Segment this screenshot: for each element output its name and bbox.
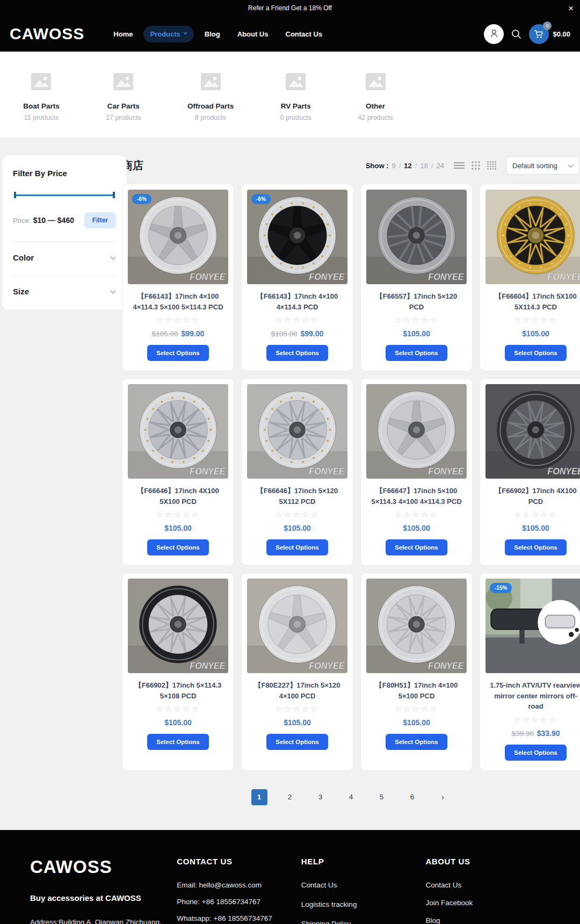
footer-link-contact-us[interactable]: Contact Us — [425, 881, 461, 889]
nav-item-home[interactable]: Home — [107, 26, 139, 42]
list-view-icon[interactable] — [454, 162, 465, 169]
footer-link-contact-us[interactable]: Contact Us — [301, 881, 337, 889]
discount-badge: -6% — [132, 194, 151, 204]
price-slider[interactable] — [14, 192, 115, 198]
announcement-text: Refer a Friend Get a 18% Off — [248, 4, 332, 12]
filter-button[interactable]: Filter — [84, 212, 116, 228]
filter-section-color[interactable]: Color — [13, 241, 116, 262]
product-image[interactable]: FONYEE — [485, 384, 580, 479]
old-price: $105.00 — [271, 330, 298, 338]
product-image[interactable]: FONYEE — [366, 190, 467, 284]
pagination-page-5[interactable]: 5 — [374, 789, 390, 805]
select-options-button[interactable]: Select Options — [505, 745, 567, 761]
category-item[interactable]: Boat Parts 11 products — [23, 73, 60, 121]
product-title[interactable]: 【F66647】17inch 5×100 5×114.3 4×100 4×114… — [366, 486, 467, 507]
show-option-18[interactable]: 18 — [420, 162, 427, 170]
select-options-button[interactable]: Select Options — [147, 539, 209, 555]
site-logo[interactable]: CAWOSS — [10, 25, 84, 43]
account-button[interactable] — [484, 24, 504, 44]
rating-stars: ☆☆☆☆☆ — [128, 704, 228, 714]
pagination-page-6[interactable]: 6 — [404, 789, 421, 805]
footer-link-shipping-policy[interactable]: Shipping Policy — [301, 920, 351, 924]
rating-stars: ☆☆☆☆☆ — [366, 704, 467, 714]
footer-link-blog[interactable]: Blog — [425, 916, 440, 924]
cart-button[interactable]: 0 $0.00 — [529, 24, 570, 44]
select-options-button[interactable]: Select Options — [386, 539, 447, 555]
slider-handle-min[interactable] — [14, 192, 16, 198]
pagination-page-2[interactable]: 2 — [282, 789, 298, 805]
nav-item-contact-us[interactable]: Contact Us — [279, 26, 329, 42]
product-card: -6% FONYEE 【F66143】17inch 4×100 4×114.3 … — [241, 184, 353, 371]
show-option-24[interactable]: 24 — [437, 162, 444, 170]
product-image[interactable]: FONYEE — [128, 579, 228, 673]
rating-stars: ☆☆☆☆☆ — [485, 315, 580, 325]
product-title[interactable]: 【F66646】17inch 5×120 5X112 PCD — [247, 486, 347, 507]
product-title[interactable]: 【F80E227】17inch 5×120 4×100 PCD — [247, 680, 347, 701]
select-options-button[interactable]: Select Options — [147, 734, 209, 750]
product-card: FONYEE 【F66902】17inch 5×114.3 5×108 PCD … — [122, 573, 234, 771]
search-icon[interactable] — [511, 28, 522, 40]
discount-badge: -15% — [490, 583, 512, 593]
price-line: $105.00 — [485, 329, 580, 339]
category-item[interactable]: Offroad Parts 8 products — [187, 73, 234, 121]
select-options-button[interactable]: Select Options — [505, 345, 567, 361]
pagination-page-1[interactable]: 1 — [251, 789, 267, 805]
svg-text:FONYEE: FONYEE — [428, 272, 464, 281]
product-image[interactable]: FONYEE — [247, 579, 347, 673]
product-title[interactable]: 【F80H51】17inch 4×100 5×100 PCD — [366, 680, 467, 701]
category-item[interactable]: Other 42 products — [358, 73, 393, 121]
category-item[interactable]: RV Parts 0 products — [280, 73, 311, 121]
select-options-button[interactable]: Select Options — [386, 734, 447, 750]
sort-dropdown[interactable]: Default sorting — [506, 156, 580, 175]
show-per-page: Show : 9/12/18/24 — [366, 162, 444, 170]
select-options-button[interactable]: Select Options — [386, 345, 447, 361]
product-title[interactable]: 【F66143】17inch 4×100 4×114.3 PCD — [247, 291, 347, 312]
slider-handle-max[interactable] — [113, 192, 115, 198]
product-title[interactable]: 【F66557】17inch 5×120 PCD — [366, 291, 467, 312]
product-image[interactable]: -6% FONYEE — [128, 190, 228, 284]
close-icon[interactable]: × — [568, 4, 574, 13]
select-options-button[interactable]: Select Options — [505, 539, 567, 555]
product-title[interactable]: 【F66902】17inch 5×114.3 5×108 PCD — [128, 680, 228, 701]
select-options-button[interactable]: Select Options — [147, 345, 209, 361]
svg-text:FONYEE: FONYEE — [190, 661, 226, 670]
cart-count-badge: 0 — [543, 21, 552, 30]
product-image[interactable]: -6% FONYEE — [247, 190, 347, 284]
nav-item-blog[interactable]: Blog — [198, 26, 227, 42]
show-option-12[interactable]: 12 — [404, 162, 411, 170]
select-options-button[interactable]: Select Options — [266, 539, 328, 555]
product-image[interactable]: FONYEE — [247, 384, 347, 479]
pagination-next[interactable]: › — [435, 789, 451, 805]
category-count: 17 products — [106, 114, 141, 121]
old-price: $105.00 — [152, 330, 178, 338]
category-count: 42 products — [358, 114, 393, 121]
product-title[interactable]: 【F66604】17inch 5X100 5X114.3 PCD — [485, 291, 580, 312]
product-title[interactable]: 【F66646】17inch 4X100 5X100 PCD — [128, 486, 228, 507]
footer-address: Address:Building A, Qianwan Zhichuang, X… — [30, 915, 172, 924]
pagination-page-4[interactable]: 4 — [343, 789, 359, 805]
product-title[interactable]: 【F66143】17inch 4×100 4×114.3 5×100 5×114… — [128, 291, 228, 312]
filter-section-size[interactable]: Size — [13, 275, 116, 296]
product-image[interactable]: -15% — [485, 579, 580, 673]
nav-item-about-us[interactable]: About Us — [231, 26, 275, 42]
select-options-button[interactable]: Select Options — [266, 345, 328, 361]
product-image[interactable]: FONYEE — [366, 384, 467, 479]
nav-item-products[interactable]: Products — [143, 26, 193, 42]
product-image[interactable]: FONYEE — [485, 190, 580, 284]
select-options-button[interactable]: Select Options — [266, 734, 328, 750]
grid-4-view-icon[interactable] — [487, 161, 496, 170]
product-title[interactable]: 【F66902】17inch 4X100 PCD — [485, 486, 580, 507]
price: $105.00 — [522, 329, 549, 338]
footer-link-logistics-tracking[interactable]: Logistics tracking — [301, 900, 357, 908]
discount-badge: -6% — [251, 194, 271, 204]
product-image[interactable]: FONYEE — [128, 384, 228, 479]
show-option-9[interactable]: 9 — [392, 162, 395, 170]
category-item[interactable]: Car Parts 17 products — [106, 73, 141, 121]
grid-3-view-icon[interactable] — [472, 161, 480, 170]
svg-text:FONYEE: FONYEE — [309, 661, 345, 670]
footer-link-join-facebook[interactable]: Join Facebook — [425, 899, 473, 907]
product-title[interactable]: 1.75-inch ATV/UTV rearview mirror center… — [485, 680, 580, 712]
pagination-page-3[interactable]: 3 — [313, 789, 329, 805]
footer-help-heading: HELP — [301, 857, 426, 866]
product-image[interactable]: FONYEE — [366, 579, 467, 673]
